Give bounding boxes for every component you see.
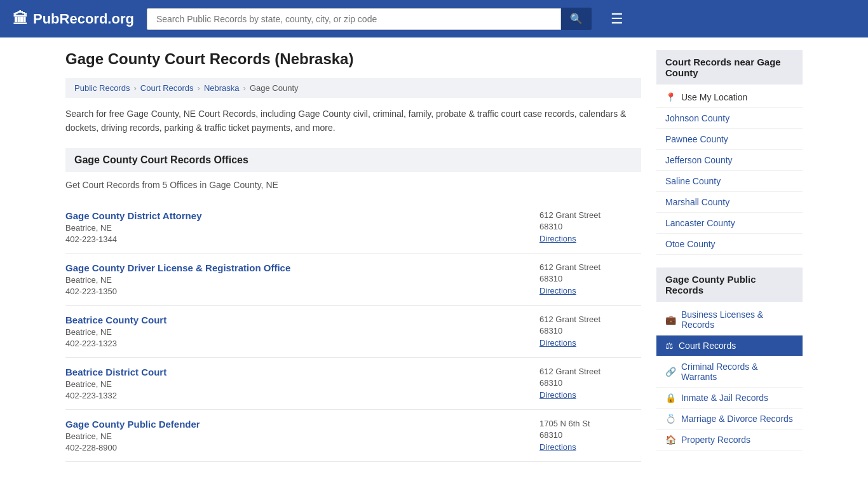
office-right-3: 612 Grant Street 68310 Directions bbox=[539, 367, 641, 400]
search-icon: 🔍 bbox=[570, 13, 583, 24]
office-name-4[interactable]: Gage County Public Defender bbox=[65, 419, 200, 430]
sidebar-icon-1: ⚖ bbox=[665, 341, 674, 351]
public-records-section-title: Gage County Public Records bbox=[656, 268, 803, 302]
nearby-county-6[interactable]: Otoe County bbox=[656, 234, 803, 255]
breadcrumb-public-records[interactable]: Public Records bbox=[74, 83, 130, 93]
office-street-0: 612 Grant Street bbox=[539, 210, 641, 220]
offices-section-heading: Gage County Court Records Offices bbox=[65, 148, 641, 172]
office-entry: Beatrice District Court Beatrice, NE 402… bbox=[65, 358, 641, 410]
sidebar: Court Records near Gage County 📍 Use My … bbox=[656, 50, 803, 462]
public-records-items: 💼 Business Licenses & Records ⚖ Court Re… bbox=[656, 304, 803, 451]
breadcrumb-current: Gage County bbox=[250, 83, 299, 93]
office-street-4: 1705 N 6th St bbox=[539, 419, 641, 428]
office-zip-4: 68310 bbox=[539, 430, 641, 440]
office-left-2: Beatrice County Court Beatrice, NE 402-2… bbox=[65, 315, 166, 348]
nearby-county-0[interactable]: Johnson County bbox=[656, 108, 803, 129]
sidebar-icon-2: 🔗 bbox=[665, 367, 676, 377]
office-zip-2: 68310 bbox=[539, 326, 641, 336]
office-entry: Gage County Public Defender Beatrice, NE… bbox=[65, 410, 641, 462]
sidebar-item-label-3: Inmate & Jail Records bbox=[681, 393, 768, 403]
breadcrumb-sep-2: › bbox=[198, 83, 200, 93]
use-my-location-label: Use My Location bbox=[681, 92, 747, 102]
office-name-0[interactable]: Gage County District Attorney bbox=[65, 210, 201, 221]
office-phone-4: 402-228-8900 bbox=[65, 443, 200, 452]
use-my-location[interactable]: 📍 Use My Location bbox=[656, 87, 803, 108]
breadcrumb-sep-1: › bbox=[133, 83, 136, 93]
office-right-1: 612 Grant Street 68310 Directions bbox=[539, 262, 641, 296]
nearby-section-title: Court Records near Gage County bbox=[656, 50, 803, 85]
office-city-4: Beatrice, NE bbox=[65, 431, 200, 441]
logo-text: PubRecord.org bbox=[33, 11, 134, 27]
directions-link-1[interactable]: Directions bbox=[539, 286, 576, 295]
sidebar-item-label-4: Marriage & Divorce Records bbox=[681, 414, 793, 424]
sidebar-icon-5: 🏠 bbox=[665, 435, 676, 445]
menu-button[interactable]: ☰ bbox=[611, 11, 623, 27]
sidebar-item-label-0: Business Licenses & Records bbox=[681, 309, 794, 330]
office-entry: Gage County District Attorney Beatrice, … bbox=[65, 201, 641, 254]
public-records-item-1[interactable]: ⚖ Court Records bbox=[656, 336, 803, 356]
office-left-1: Gage County Driver License & Registratio… bbox=[65, 262, 290, 296]
breadcrumb: Public Records › Court Records › Nebrask… bbox=[65, 78, 641, 98]
office-name-3[interactable]: Beatrice District Court bbox=[65, 367, 166, 377]
public-records-item-5[interactable]: 🏠 Property Records bbox=[656, 430, 803, 451]
office-city-3: Beatrice, NE bbox=[65, 379, 166, 389]
nearby-county-4[interactable]: Marshall County bbox=[656, 192, 803, 213]
office-phone-3: 402-223-1332 bbox=[65, 391, 166, 400]
office-right-0: 612 Grant Street 68310 Directions bbox=[539, 210, 641, 244]
sidebar-icon-3: 🔒 bbox=[665, 393, 676, 403]
search-button[interactable]: 🔍 bbox=[561, 8, 592, 30]
public-records-item-3[interactable]: 🔒 Inmate & Jail Records bbox=[656, 388, 803, 409]
offices-list: Gage County District Attorney Beatrice, … bbox=[65, 201, 641, 462]
directions-link-2[interactable]: Directions bbox=[539, 338, 576, 348]
office-city-1: Beatrice, NE bbox=[65, 275, 290, 285]
nearby-county-2[interactable]: Jefferson County bbox=[656, 150, 803, 171]
office-street-2: 612 Grant Street bbox=[539, 315, 641, 324]
office-phone-1: 402-223-1350 bbox=[65, 287, 290, 296]
office-phone-2: 402-223-1323 bbox=[65, 339, 166, 348]
logo-icon: 🏛 bbox=[13, 10, 28, 28]
public-records-item-0[interactable]: 💼 Business Licenses & Records bbox=[656, 304, 803, 336]
sidebar-item-label-2: Criminal Records & Warrants bbox=[681, 362, 794, 382]
office-name-1[interactable]: Gage County Driver License & Registratio… bbox=[65, 262, 290, 273]
office-phone-0: 402-223-1344 bbox=[65, 234, 201, 244]
nearby-county-5[interactable]: Lancaster County bbox=[656, 213, 803, 234]
public-records-item-4[interactable]: 💍 Marriage & Divorce Records bbox=[656, 409, 803, 430]
office-city-2: Beatrice, NE bbox=[65, 327, 166, 337]
office-right-4: 1705 N 6th St 68310 Directions bbox=[539, 419, 641, 452]
office-entry: Gage County Driver License & Registratio… bbox=[65, 254, 641, 306]
header: 🏛 PubRecord.org 🔍 ☰ bbox=[0, 0, 868, 37]
office-street-1: 612 Grant Street bbox=[539, 262, 641, 272]
office-left-4: Gage County Public Defender Beatrice, NE… bbox=[65, 419, 200, 452]
page-description: Search for free Gage County, NE Court Re… bbox=[65, 107, 641, 135]
sidebar-icon-0: 💼 bbox=[665, 315, 676, 325]
directions-link-0[interactable]: Directions bbox=[539, 234, 576, 243]
search-area: 🔍 bbox=[147, 8, 592, 30]
public-records-item-2[interactable]: 🔗 Criminal Records & Warrants bbox=[656, 356, 803, 388]
office-left-3: Beatrice District Court Beatrice, NE 402… bbox=[65, 367, 166, 400]
office-right-2: 612 Grant Street 68310 Directions bbox=[539, 315, 641, 348]
office-street-3: 612 Grant Street bbox=[539, 367, 641, 376]
search-input[interactable] bbox=[147, 8, 561, 30]
sidebar-icon-4: 💍 bbox=[665, 414, 676, 424]
location-icon: 📍 bbox=[665, 92, 676, 102]
menu-icon: ☰ bbox=[611, 11, 623, 27]
nearby-county-1[interactable]: Pawnee County bbox=[656, 129, 803, 150]
breadcrumb-sep-3: › bbox=[243, 83, 246, 93]
directions-link-3[interactable]: Directions bbox=[539, 390, 576, 400]
sidebar-item-label-5: Property Records bbox=[681, 435, 750, 445]
office-city-0: Beatrice, NE bbox=[65, 223, 201, 233]
breadcrumb-court-records[interactable]: Court Records bbox=[140, 83, 194, 93]
nearby-county-3[interactable]: Saline County bbox=[656, 171, 803, 192]
offices-count: Get Court Records from 5 Offices in Gage… bbox=[65, 180, 641, 190]
breadcrumb-nebraska[interactable]: Nebraska bbox=[204, 83, 240, 93]
main-container: Gage County Court Records (Nebraska) Pub… bbox=[53, 37, 815, 475]
office-zip-1: 68310 bbox=[539, 274, 641, 283]
sidebar-item-label-1: Court Records bbox=[679, 341, 736, 351]
office-name-2[interactable]: Beatrice County Court bbox=[65, 315, 166, 325]
directions-link-4[interactable]: Directions bbox=[539, 442, 576, 452]
content-area: Gage County Court Records (Nebraska) Pub… bbox=[65, 50, 641, 462]
office-left-0: Gage County District Attorney Beatrice, … bbox=[65, 210, 201, 244]
nearby-counties: Johnson CountyPawnee CountyJefferson Cou… bbox=[656, 108, 803, 255]
logo[interactable]: 🏛 PubRecord.org bbox=[13, 10, 134, 28]
office-zip-3: 68310 bbox=[539, 378, 641, 388]
